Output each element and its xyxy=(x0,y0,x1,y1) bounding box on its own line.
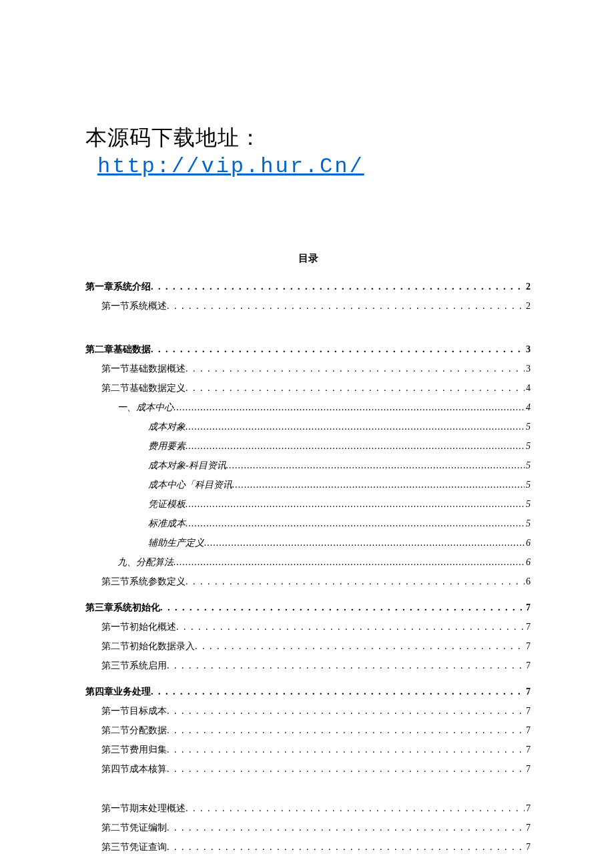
toc-entry-ch2-s2-2[interactable]: 成本对象5 xyxy=(85,420,531,434)
toc-leader-dots xyxy=(186,497,525,511)
toc-leader-dots xyxy=(167,723,525,737)
toc-label: 第一节系统概述 xyxy=(101,299,167,313)
toc-page-number: 5 xyxy=(525,516,531,530)
toc-page-number: 2 xyxy=(525,299,531,313)
toc-title: 目录 xyxy=(85,252,531,265)
document-page: 本源码下载地址： http://vip.hur.Cn/ 目录 第一章系统介绍2第… xyxy=(0,0,614,868)
toc-page-number: 7 xyxy=(525,600,531,614)
toc-page-number: 5 xyxy=(525,439,531,453)
toc-leader-dots xyxy=(167,743,525,757)
toc-label: 第三节系统启用 xyxy=(101,659,167,673)
toc-leader-dots xyxy=(160,600,525,614)
toc-leader-dots xyxy=(232,478,525,492)
toc-leader-dots xyxy=(174,555,525,569)
toc-page-number: 3 xyxy=(525,342,531,356)
toc-page-number: 7 xyxy=(525,639,531,653)
toc-page-number: 7 xyxy=(525,762,531,776)
toc-entry-ch2-s2-7[interactable]: 标准成本5 xyxy=(85,516,531,530)
toc-leader-dots xyxy=(186,439,525,453)
toc-label: 第一节期末处理概述 xyxy=(101,801,186,815)
toc-entry-ch2-s3[interactable]: 第三节系统参数定义6 xyxy=(85,574,531,588)
toc-page-number: 5 xyxy=(525,420,531,434)
table-of-contents: 第一章系统介绍2第一节系统概述2第二章基础数据3第一节基础数据概述3第二节基础数… xyxy=(85,280,531,854)
toc-leader-dots xyxy=(204,536,525,550)
toc-label: 凭证模板 xyxy=(148,497,186,511)
toc-label: 第二节初始化数据录入 xyxy=(101,639,195,653)
toc-page-number: 2 xyxy=(525,280,531,294)
toc-label: 成本对象 xyxy=(148,420,186,434)
toc-entry-ch2[interactable]: 第二章基础数据3 xyxy=(85,342,531,356)
toc-leader-dots xyxy=(174,400,525,414)
download-header: 本源码下载地址： http://vip.hur.Cn/ xyxy=(85,123,531,179)
toc-page-number: 4 xyxy=(525,381,531,395)
toc-leader-dots xyxy=(176,620,525,634)
toc-label: 第一章系统介绍 xyxy=(85,280,151,294)
toc-label: 成本对象-科目资讯 xyxy=(148,458,226,472)
toc-entry-ch3-s3[interactable]: 第三节系统启用7 xyxy=(85,659,531,673)
toc-page-number: 7 xyxy=(525,723,531,737)
toc-page-number: 7 xyxy=(525,704,531,718)
toc-entry-ch2-s2-1[interactable]: 一、成本中心4 xyxy=(85,400,531,414)
toc-label: 第四章业务处理 xyxy=(85,685,151,699)
toc-entry-ch5-s2[interactable]: 第二节凭证编制7 xyxy=(85,821,531,835)
toc-leader-dots xyxy=(226,458,525,472)
toc-leader-dots xyxy=(186,801,525,815)
toc-label: 成本中心「科目资讯 xyxy=(148,478,232,492)
toc-page-number: 7 xyxy=(525,821,531,835)
toc-entry-ch2-s2-4[interactable]: 成本对象-科目资讯5 xyxy=(85,458,531,472)
toc-leader-dots xyxy=(167,659,525,673)
toc-entry-ch4-s3[interactable]: 第三节费用归集7 xyxy=(85,743,531,757)
toc-entry-ch2-s1[interactable]: 第一节基础数据概述3 xyxy=(85,362,531,376)
toc-page-number: 7 xyxy=(525,840,531,854)
toc-page-number: 7 xyxy=(525,801,531,815)
toc-page-number: 7 xyxy=(525,743,531,757)
toc-label: 第三节凭证查询 xyxy=(101,840,167,854)
toc-page-number: 6 xyxy=(525,555,531,569)
toc-entry-ch5-s3[interactable]: 第三节凭证查询7 xyxy=(85,840,531,854)
toc-leader-dots xyxy=(186,574,525,588)
toc-label: 第三节费用归集 xyxy=(101,743,167,757)
toc-entry-ch1-s1[interactable]: 第一节系统概述2 xyxy=(85,299,531,313)
toc-label: 一、成本中心 xyxy=(117,400,174,414)
toc-page-number: 4 xyxy=(525,400,531,414)
toc-leader-dots xyxy=(167,762,525,776)
toc-label: 第三章系统初始化 xyxy=(85,600,160,614)
toc-entry-ch3-s1[interactable]: 第一节初始化概述7 xyxy=(85,620,531,634)
toc-leader-dots xyxy=(186,362,525,376)
toc-leader-dots xyxy=(167,821,525,835)
toc-label: 第一节基础数据概述 xyxy=(101,362,186,376)
toc-leader-dots xyxy=(186,420,525,434)
toc-entry-ch5-s1[interactable]: 第一节期末处理概述7 xyxy=(85,801,531,815)
toc-entry-ch4-s1[interactable]: 第一节目标成本7 xyxy=(85,704,531,718)
toc-leader-dots xyxy=(151,280,525,294)
toc-label: 辅助生产定义 xyxy=(148,536,204,550)
toc-label: 第一节初始化概述 xyxy=(101,620,176,634)
toc-label: 第二节凭证编制 xyxy=(101,821,167,835)
toc-entry-ch4-s2[interactable]: 第二节分配数据7 xyxy=(85,723,531,737)
toc-entry-ch2-s2-8[interactable]: 辅助生产定义6 xyxy=(85,536,531,550)
toc-entry-ch4-s4[interactable]: 第四节成本核算7 xyxy=(85,762,531,776)
toc-entry-ch2-s2-3[interactable]: 费用要素5 xyxy=(85,439,531,453)
download-link[interactable]: http://vip.hur.Cn/ xyxy=(97,154,364,179)
toc-page-number: 6 xyxy=(525,574,531,588)
toc-label: 第一节目标成本 xyxy=(101,704,167,718)
toc-entry-ch2-s2-9[interactable]: 九、分配算法6 xyxy=(85,555,531,569)
toc-entry-ch4[interactable]: 第四章业务处理7 xyxy=(85,685,531,699)
toc-leader-dots xyxy=(167,840,525,854)
toc-page-number: 7 xyxy=(525,620,531,634)
download-label: 本源码下载地址： xyxy=(85,125,262,149)
toc-label: 标准成本 xyxy=(148,516,186,530)
toc-entry-ch3[interactable]: 第三章系统初始化7 xyxy=(85,600,531,614)
toc-entry-ch1[interactable]: 第一章系统介绍2 xyxy=(85,280,531,294)
toc-label: 九、分配算法 xyxy=(117,555,174,569)
toc-page-number: 5 xyxy=(525,478,531,492)
toc-page-number: 5 xyxy=(525,458,531,472)
toc-entry-ch2-s2[interactable]: 第二节基础数据定义4 xyxy=(85,381,531,395)
toc-page-number: 7 xyxy=(525,685,531,699)
toc-entry-ch2-s2-5[interactable]: 成本中心「科目资讯5 xyxy=(85,478,531,492)
toc-label: 第二节分配数据 xyxy=(101,723,167,737)
toc-entry-ch2-s2-6[interactable]: 凭证模板5 xyxy=(85,497,531,511)
toc-page-number: 7 xyxy=(525,659,531,673)
toc-entry-ch3-s2[interactable]: 第二节初始化数据录入7 xyxy=(85,639,531,653)
toc-leader-dots xyxy=(167,704,525,718)
